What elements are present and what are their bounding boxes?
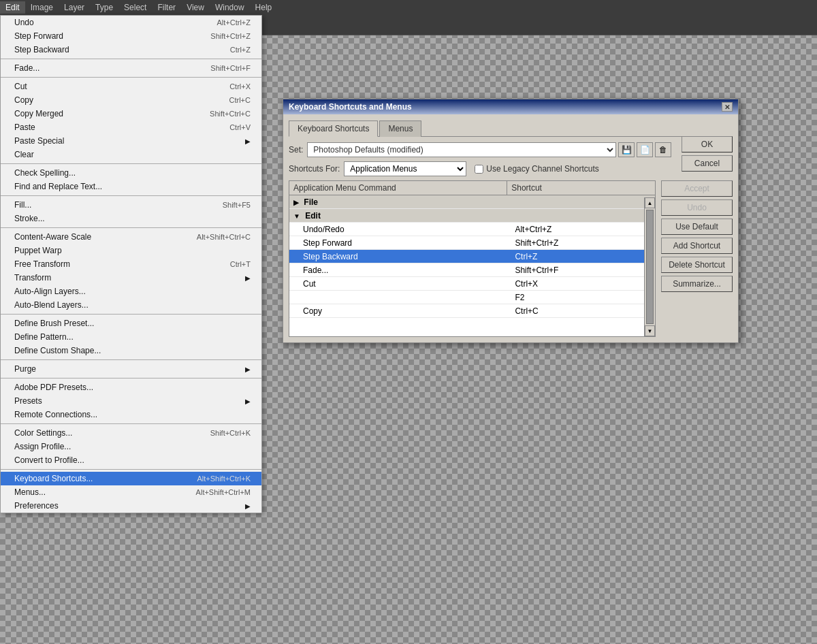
table-row[interactable]: Undo/Redo Alt+Ctrl+Z — [289, 223, 655, 236]
table-row[interactable]: Copy Ctrl+C — [289, 304, 655, 318]
menu-type[interactable]: Type — [90, 1, 118, 14]
menu-item-check-spelling[interactable]: Check Spelling... — [1, 166, 261, 180]
fade-label-cell: Fade... — [289, 264, 511, 276]
menu-item-find-replace[interactable]: Find and Replace Text... — [1, 180, 261, 193]
menu-item-pdf-presets[interactable]: Adobe PDF Presets... — [1, 381, 261, 394]
edit-toggle-arrow: ▼ — [293, 212, 300, 220]
accept-button[interactable]: Accept — [661, 180, 733, 197]
ok-button[interactable]: OK — [682, 136, 733, 152]
menu-item-menus[interactable]: Menus... Alt+Shift+Ctrl+M — [1, 485, 261, 499]
set-label: Set: — [289, 145, 303, 155]
menu-item-convert-profile[interactable]: Convert to Profile... — [1, 453, 261, 467]
menu-item-free-transform[interactable]: Free Transform Ctrl+T — [1, 257, 261, 271]
table-row[interactable]: Fade... Shift+Ctrl+F — [289, 263, 655, 277]
edit-dropdown-menu: Undo Alt+Ctrl+Z Step Forward Shift+Ctrl+… — [0, 15, 262, 513]
separator-2 — [1, 77, 261, 78]
menu-item-undo[interactable]: Undo Alt+Ctrl+Z — [1, 16, 261, 29]
menu-item-presets[interactable]: Presets ▶ — [1, 394, 261, 408]
menu-item-cut[interactable]: Cut Ctrl+X — [1, 80, 261, 93]
menu-item-paste[interactable]: Paste Ctrl+V — [1, 120, 261, 134]
main-content: Application Menu Command Shortcut ▶ File — [289, 180, 733, 337]
delete-shortcut-button[interactable]: Delete Shortcut — [661, 257, 733, 273]
menu-item-paste-special-label: Paste Special — [14, 136, 64, 146]
menu-item-define-brush[interactable]: Define Brush Preset... — [1, 317, 261, 330]
menu-edit[interactable]: Edit — [0, 1, 25, 14]
menu-item-preferences[interactable]: Preferences ▶ — [1, 499, 261, 513]
dialog-close-button[interactable]: ✕ — [722, 102, 733, 112]
menu-select[interactable]: Select — [118, 1, 152, 14]
menu-item-color-settings[interactable]: Color Settings... Shift+Ctrl+K — [1, 426, 261, 440]
step-forward-shortcut-cell: Shift+Ctrl+Z — [511, 237, 655, 249]
menu-window[interactable]: Window — [210, 1, 250, 14]
dialog-tabs: Keyboard Shortcuts Menus — [289, 120, 733, 137]
set-row: Set: Photoshop Defaults (modified) 💾 📄 🗑 — [289, 142, 671, 157]
delete-set-button[interactable]: 🗑 — [655, 142, 671, 157]
summarize-button[interactable]: Summarize... — [661, 276, 733, 292]
menu-bar: Edit Image Layer Type Select Filter View… — [0, 0, 817, 15]
copy-label-cell: Copy — [289, 305, 511, 317]
menu-item-step-forward[interactable]: Step Forward Shift+Ctrl+Z — [1, 29, 261, 43]
menu-filter[interactable]: Filter — [152, 1, 181, 14]
menu-item-stroke[interactable]: Stroke... — [1, 212, 261, 225]
menu-item-content-aware-scale[interactable]: Content-Aware Scale Alt+Shift+Ctrl+C — [1, 230, 261, 244]
separator-6 — [1, 314, 261, 315]
tab-menus[interactable]: Menus — [379, 120, 421, 137]
legacy-checkbox[interactable] — [475, 165, 483, 174]
table-row[interactable]: ▼ Edit — [289, 209, 655, 223]
cut-shortcut-cell: Ctrl+X — [511, 278, 655, 290]
menu-item-convert-profile-label: Convert to Profile... — [14, 455, 84, 465]
table-header: Application Menu Command Shortcut — [289, 181, 655, 195]
set-select[interactable]: Photoshop Defaults (modified) — [307, 142, 616, 157]
menu-layer[interactable]: Layer — [59, 1, 90, 14]
menu-item-fade[interactable]: Fade... Shift+Ctrl+F — [1, 61, 261, 75]
menu-item-copy[interactable]: Copy Ctrl+C — [1, 93, 261, 107]
scroll-down-arrow[interactable]: ▼ — [645, 325, 655, 336]
table-row[interactable]: Cut Ctrl+X — [289, 277, 655, 291]
save-set-button[interactable]: 💾 — [618, 142, 635, 157]
shortcuts-for-select[interactable]: Application Menus — [344, 161, 466, 176]
cut-label-cell: Cut — [289, 278, 511, 290]
menu-item-define-shape[interactable]: Define Custom Shape... — [1, 344, 261, 357]
menu-item-step-backward[interactable]: Step Backward Ctrl+Z — [1, 43, 261, 57]
scroll-thumb[interactable] — [646, 210, 654, 324]
scroll-up-arrow[interactable]: ▲ — [645, 197, 655, 208]
menu-item-define-pattern[interactable]: Define Pattern... — [1, 330, 261, 344]
separator-10 — [1, 469, 261, 470]
save-set-as-button[interactable]: 📄 — [637, 142, 653, 157]
file-section-label: File — [304, 197, 318, 207]
table-row[interactable]: Step Backward Ctrl+Z — [289, 250, 655, 263]
menu-item-puppet-warp[interactable]: Puppet Warp — [1, 244, 261, 257]
menu-item-free-transform-label: Free Transform — [14, 259, 70, 269]
add-shortcut-button[interactable]: Add Shortcut — [661, 238, 733, 254]
menu-item-fill[interactable]: Fill... Shift+F5 — [1, 198, 261, 212]
separator-5 — [1, 227, 261, 228]
menu-item-auto-align-label: Auto-Align Layers... — [14, 287, 86, 296]
menu-item-remote-connections[interactable]: Remote Connections... — [1, 408, 261, 421]
menu-item-cas-shortcut: Alt+Shift+Ctrl+C — [197, 233, 251, 241]
purge-arrow: ▶ — [245, 366, 251, 373]
menu-item-copy-merged[interactable]: Copy Merged Shift+Ctrl+C — [1, 107, 261, 120]
edit-shortcut-cell — [507, 214, 655, 217]
menu-item-auto-align[interactable]: Auto-Align Layers... — [1, 285, 261, 298]
right-action-buttons: Accept Undo Use Default Add Shortcut Del… — [661, 180, 733, 337]
undo-button[interactable]: Undo — [661, 199, 733, 216]
cancel-button[interactable]: Cancel — [682, 155, 733, 172]
menu-item-clear[interactable]: Clear — [1, 148, 261, 161]
table-row[interactable]: ▶ File — [289, 195, 655, 209]
menu-item-transform[interactable]: Transform ▶ — [1, 271, 261, 285]
tab-keyboard-shortcuts[interactable]: Keyboard Shortcuts — [289, 120, 378, 137]
menu-item-purge[interactable]: Purge ▶ — [1, 362, 261, 376]
use-default-button[interactable]: Use Default — [661, 219, 733, 235]
menu-item-auto-blend[interactable]: Auto-Blend Layers... — [1, 298, 261, 312]
menu-help[interactable]: Help — [250, 1, 278, 14]
menu-item-keyboard-shortcuts[interactable]: Keyboard Shortcuts... Alt+Shift+Ctrl+K — [1, 472, 261, 485]
table-scrollbar[interactable]: ▲ ▼ — [644, 197, 655, 336]
menu-view[interactable]: View — [181, 1, 210, 14]
file-section-cell: ▶ File — [289, 196, 507, 208]
table-row[interactable]: F2 — [289, 291, 655, 304]
menu-image[interactable]: Image — [25, 1, 59, 14]
menu-item-paste-special[interactable]: Paste Special ▶ — [1, 134, 261, 148]
undo-redo-shortcut-cell: Alt+Ctrl+Z — [511, 223, 655, 236]
table-row[interactable]: Step Forward Shift+Ctrl+Z — [289, 236, 655, 250]
menu-item-assign-profile[interactable]: Assign Profile... — [1, 440, 261, 453]
